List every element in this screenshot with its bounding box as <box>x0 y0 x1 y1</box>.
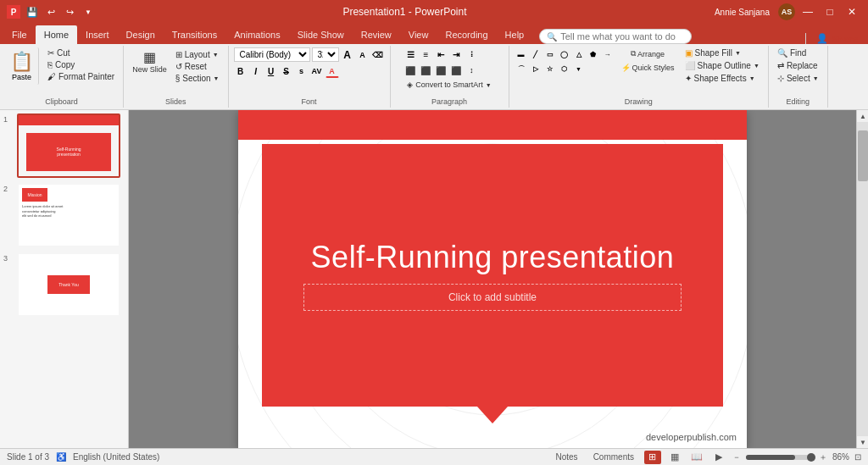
redo-icon[interactable]: ↪ <box>63 5 76 19</box>
align-left-button[interactable]: ⬛ <box>403 64 417 77</box>
shape-arrow[interactable]: → <box>601 47 615 61</box>
slide-thumb-img-2[interactable]: Mission Lorem ipsum dolor sit ametconsec… <box>17 183 120 247</box>
slide-thumb-img-3[interactable]: Thank You <box>17 252 120 317</box>
minimize-button[interactable]: — <box>798 3 817 21</box>
layout-button[interactable]: ⊞ Layout ▼ <box>172 49 223 60</box>
columns-button[interactable]: ⫶ <box>465 47 478 61</box>
font-name-select[interactable]: Calibri (Body) <box>234 47 310 62</box>
shape-effects-button[interactable]: ✦ Shape Effects ▼ <box>682 73 763 84</box>
section-button[interactable]: § Section ▼ <box>172 73 223 84</box>
cut-button[interactable]: ✂ Cut <box>44 47 118 58</box>
shape-9[interactable]: ▷ <box>529 62 542 75</box>
customize-icon[interactable]: ▼ <box>81 5 95 19</box>
zoom-in-button[interactable]: ＋ <box>819 451 827 463</box>
zoom-out-button[interactable]: － <box>732 451 741 463</box>
tab-animations[interactable]: Animations <box>225 25 288 44</box>
slide-sorter-button[interactable]: ▦ <box>666 451 683 464</box>
slide-thumb-1[interactable]: 1 Self-Runningpresentation <box>3 113 125 178</box>
canvas-area[interactable]: Self-Running presentation Click to add s… <box>129 110 856 448</box>
shape-2[interactable]: ╱ <box>529 47 542 61</box>
zoom-percent[interactable]: 86% <box>832 452 849 462</box>
shadow-button[interactable]: s <box>295 64 309 78</box>
scroll-thumb[interactable] <box>858 130 868 181</box>
reset-button[interactable]: ↺ Reset <box>172 61 223 72</box>
tab-help[interactable]: Help <box>497 25 533 44</box>
select-button[interactable]: ⊹ Select ▼ <box>774 73 822 84</box>
copy-button[interactable]: ⎘ Copy <box>44 59 118 70</box>
arrange-button[interactable]: ⧉ Arrange <box>618 47 678 60</box>
shape-4[interactable]: ◯ <box>558 47 571 61</box>
shape-6[interactable]: ⬟ <box>587 47 600 61</box>
search-box[interactable]: 🔍 <box>539 29 692 44</box>
slide-thumb-img-1[interactable]: Self-Runningpresentation <box>17 113 120 178</box>
font-increase-button[interactable]: A <box>356 48 370 62</box>
slide-thumb-3[interactable]: 3 Thank You <box>3 252 125 317</box>
font-size-select[interactable]: 32 <box>312 47 339 62</box>
shape-8[interactable]: ⌒ <box>515 62 528 75</box>
char-spacing-button[interactable]: AV <box>310 64 324 78</box>
font-decrease-button[interactable]: A <box>341 48 354 62</box>
replace-button[interactable]: ⇄ Replace <box>774 60 821 71</box>
bullets-button[interactable]: ☰ <box>403 47 417 61</box>
paste-button[interactable]: 📋 Paste <box>5 47 39 85</box>
strikethrough-button[interactable]: S <box>280 64 293 78</box>
shape-outline-button[interactable]: ⬜ Shape Outline ▼ <box>682 60 763 71</box>
tab-design[interactable]: Design <box>118 25 164 44</box>
format-painter-button[interactable]: 🖌 Format Painter <box>44 71 118 82</box>
bold-button[interactable]: B <box>234 64 248 78</box>
slide-thumb-2[interactable]: 2 Mission Lorem ipsum dolor sit ametcons… <box>3 183 125 247</box>
tab-insert[interactable]: Insert <box>77 25 118 44</box>
slide-subtitle-box[interactable]: Click to add subtitle <box>303 284 682 311</box>
numbering-button[interactable]: ≡ <box>419 47 432 61</box>
shape-1[interactable]: ▬ <box>515 47 528 61</box>
shape-3[interactable]: ▭ <box>543 47 557 61</box>
slide-canvas[interactable]: Self-Running presentation Click to add s… <box>238 110 747 448</box>
scroll-down-button[interactable]: ▼ <box>857 436 868 448</box>
normal-view-button[interactable]: ⊞ <box>644 451 661 464</box>
accessibility-icon[interactable]: ♿ <box>56 452 66 462</box>
underline-button[interactable]: U <box>264 64 278 78</box>
tab-slideshow[interactable]: Slide Show <box>289 25 353 44</box>
search-input[interactable] <box>560 31 679 42</box>
scroll-track[interactable] <box>857 122 868 436</box>
zoom-slider[interactable] <box>746 455 814 460</box>
comments-button[interactable]: Comments <box>588 450 639 465</box>
tab-recording[interactable]: Recording <box>437 25 496 44</box>
slideshow-view-button[interactable]: ▶ <box>710 451 727 464</box>
convert-smartart-button[interactable]: ◈ Convert to SmartArt ▼ <box>403 80 494 90</box>
reading-view-button[interactable]: 📖 <box>688 451 705 464</box>
tab-home[interactable]: Home <box>36 25 77 44</box>
shape-5[interactable]: △ <box>572 47 586 61</box>
undo-icon[interactable]: ↩ <box>44 5 58 19</box>
clear-format-button[interactable]: ⌫ <box>371 48 385 62</box>
editing-group: 🔍 Find ⇄ Replace ⊹ Select ▼ Editing <box>769 46 828 108</box>
align-right-button[interactable]: ⬛ <box>434 64 448 77</box>
slide-top-bar <box>238 110 747 140</box>
notes-button[interactable]: Notes <box>551 450 583 465</box>
more-shapes[interactable]: ▼ <box>572 62 586 75</box>
restore-button[interactable]: □ <box>821 3 839 21</box>
align-center-button[interactable]: ⬛ <box>419 64 432 77</box>
scroll-up-button[interactable]: ▲ <box>857 110 868 122</box>
save-icon[interactable]: 💾 <box>25 5 39 19</box>
fit-slide-button[interactable]: ⊡ <box>854 452 861 462</box>
section-dropdown-icon: ▼ <box>214 75 220 81</box>
increase-indent-button[interactable]: ⇥ <box>449 47 463 61</box>
close-button[interactable]: ✕ <box>843 3 861 21</box>
italic-button[interactable]: I <box>249 64 263 78</box>
quick-styles-button[interactable]: ⚡ Quick Styles <box>618 62 678 74</box>
new-slide-button[interactable]: ▦ New Slide <box>129 47 170 75</box>
font-color-button[interactable]: A <box>326 64 339 78</box>
tab-review[interactable]: Review <box>353 25 400 44</box>
shape-10[interactable]: ☆ <box>543 62 557 75</box>
tab-view[interactable]: View <box>400 25 437 44</box>
tab-file[interactable]: File <box>3 25 36 44</box>
share-button[interactable]: 👤 Share <box>805 33 868 44</box>
justify-button[interactable]: ⬛ <box>449 64 463 77</box>
decrease-indent-button[interactable]: ⇤ <box>434 47 448 61</box>
find-button[interactable]: 🔍 Find <box>774 47 810 58</box>
shape-fill-button[interactable]: ▣ Shape Fill ▼ <box>682 47 763 58</box>
line-spacing-button[interactable]: ↕ <box>465 64 478 77</box>
tab-transitions[interactable]: Transitions <box>164 25 225 44</box>
shape-11[interactable]: ⬡ <box>558 62 571 75</box>
